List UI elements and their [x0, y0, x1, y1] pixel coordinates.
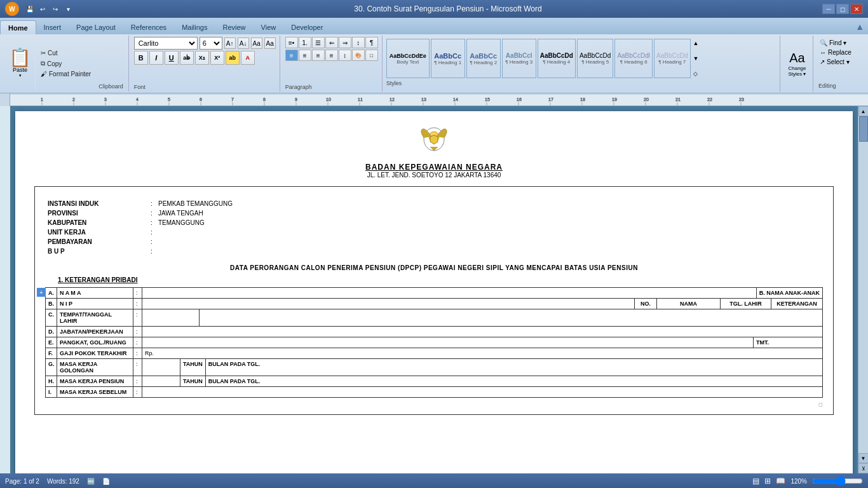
- align-right-button[interactable]: ≡: [312, 50, 325, 61]
- document-scroll[interactable]: ⚡ BADAN KEPEGAWAIAN NEGARA JL. LET. JEND…: [10, 106, 858, 473]
- tab-mailings[interactable]: Mailings: [174, 20, 215, 34]
- scroll-track[interactable]: [858, 116, 868, 453]
- track-changes-icon[interactable]: 📄: [102, 478, 110, 485]
- font-size-select[interactable]: 6: [200, 37, 222, 50]
- change-case-button[interactable]: Aa: [264, 37, 276, 49]
- replace-button[interactable]: ↔ Replace: [818, 48, 862, 57]
- style-body-text[interactable]: AaBbCcDdEe Body Text: [386, 39, 430, 78]
- show-formatting-button[interactable]: ¶: [365, 37, 378, 48]
- redo-quick-btn[interactable]: ↪: [50, 3, 61, 15]
- styles-up-btn[interactable]: ▲: [693, 40, 699, 46]
- align-left-button[interactable]: ≡: [285, 50, 298, 61]
- form-box: INSTANSI INDUK : PEMKAB TEMANGGUNG PROVI…: [34, 186, 834, 415]
- tab-review[interactable]: Review: [215, 20, 253, 34]
- cell-f-field: GAJI POKOK TERAKHIR: [57, 348, 133, 358]
- style-heading2[interactable]: AaBbCc ¶ Heading 2: [466, 39, 501, 78]
- view-reading-icon[interactable]: 📖: [776, 477, 785, 485]
- cell-i-colon: :: [133, 387, 142, 397]
- decrease-indent-button[interactable]: ⇐: [325, 37, 338, 48]
- main-data-table: + A. N A M A : B. NAMA ANAK-ANAK B. N I …: [45, 287, 823, 398]
- underline-button[interactable]: U: [165, 51, 179, 65]
- font-shrink-button[interactable]: A↓: [238, 37, 249, 49]
- tab-page-layout[interactable]: Page Layout: [69, 20, 123, 34]
- tab-home[interactable]: Home: [0, 20, 36, 34]
- ch-no-header: NO.: [635, 299, 657, 309]
- minimize-button[interactable]: ─: [822, 4, 835, 14]
- style-h4-preview: AaBbCcDd: [540, 52, 573, 59]
- scroll-up-button[interactable]: ▲: [858, 106, 869, 116]
- change-styles-icon: Aa: [789, 51, 804, 65]
- close-button[interactable]: ✕: [850, 4, 863, 14]
- highlight-button[interactable]: ab: [226, 51, 240, 65]
- tab-view[interactable]: View: [254, 20, 284, 34]
- zoom-slider[interactable]: [812, 476, 863, 486]
- cell-g-bulan: BULAN PADA TGL.: [206, 359, 822, 376]
- svg-text:9: 9: [295, 97, 297, 102]
- table-add-icon[interactable]: +: [37, 288, 46, 297]
- undo-quick-btn[interactable]: ↩: [37, 3, 48, 15]
- restore-button[interactable]: ◻: [836, 4, 849, 14]
- scroll-thumb[interactable]: [859, 116, 868, 142]
- office-logo: W: [5, 2, 19, 16]
- cut-icon: ✂: [41, 50, 46, 57]
- spell-check-icon[interactable]: 🔤: [87, 478, 95, 485]
- change-styles-button[interactable]: Aa ChangeStyles ▾: [782, 36, 813, 92]
- numbering-button[interactable]: 1.: [299, 37, 311, 48]
- clear-format-button[interactable]: Aa: [251, 37, 262, 49]
- ch-name-header: NAMA: [657, 299, 721, 309]
- align-center-button[interactable]: ≡: [299, 50, 311, 61]
- italic-button[interactable]: I: [149, 51, 163, 65]
- cell-g-tahun: TAHUN: [180, 359, 206, 376]
- svg-text:3: 3: [104, 97, 107, 102]
- svg-text:21: 21: [675, 97, 681, 102]
- tab-developer[interactable]: Developer: [283, 20, 330, 34]
- cell-b-colon: :: [133, 299, 142, 309]
- font-color-button[interactable]: A: [241, 51, 255, 65]
- tab-references[interactable]: References: [123, 20, 174, 34]
- sort-button[interactable]: ↕: [352, 37, 365, 48]
- resize-handle[interactable]: ◻: [818, 402, 823, 407]
- tab-insert[interactable]: Insert: [36, 20, 69, 34]
- shading-button[interactable]: 🎨: [352, 50, 365, 61]
- cut-button[interactable]: ✂ Cut: [39, 49, 92, 57]
- scroll-down-button[interactable]: ▼: [858, 453, 869, 463]
- ribbon-collapse-btn[interactable]: ▲: [851, 20, 868, 34]
- right-scrollbar[interactable]: ▲ ▼ ⊻: [858, 106, 868, 473]
- bullets-button[interactable]: ≡•: [285, 37, 298, 48]
- justify-button[interactable]: ≡: [325, 50, 338, 61]
- view-fullscreen-icon[interactable]: ⊞: [764, 477, 771, 485]
- paste-button[interactable]: 📋 Paste ▾: [5, 37, 36, 90]
- copy-button[interactable]: ⧉ Copy: [39, 59, 92, 68]
- line-spacing-button[interactable]: ↕: [339, 50, 351, 61]
- copy-label: Copy: [47, 60, 62, 67]
- view-normal-icon[interactable]: ▤: [752, 477, 759, 485]
- increase-indent-button[interactable]: ⇒: [339, 37, 351, 48]
- ribbon: Home Insert Page Layout References Maili…: [0, 18, 868, 93]
- cell-h-bulan: BULAN PADA TGL.: [206, 376, 822, 386]
- multilevel-button[interactable]: ☰: [312, 37, 325, 48]
- bold-button[interactable]: B: [134, 51, 148, 65]
- page-indicator: Page: 1 of 2: [5, 478, 39, 485]
- strikethrough-button[interactable]: ab̶: [180, 51, 194, 65]
- font-grow-button[interactable]: A↑: [224, 37, 236, 49]
- style-heading7[interactable]: AaBbCcDd ¶ Heading 7: [654, 39, 690, 78]
- select-button[interactable]: ↗ Select ▾: [818, 57, 862, 67]
- style-heading6[interactable]: AaBbCcDdl ¶ Heading 6: [614, 39, 653, 78]
- next-page-button[interactable]: ⊻: [858, 463, 869, 473]
- save-quick-btn[interactable]: 💾: [24, 3, 36, 15]
- style-heading1[interactable]: AaBbCc ¶ Heading 1: [431, 39, 465, 78]
- subscript-button[interactable]: X₂: [195, 51, 209, 65]
- dropdown-quick-btn[interactable]: ▾: [62, 3, 74, 15]
- style-heading4[interactable]: AaBbCcDd ¶ Heading 4: [538, 39, 576, 78]
- format-painter-button[interactable]: 🖌 Format Painter: [39, 70, 92, 78]
- border-button[interactable]: □: [365, 50, 378, 61]
- styles-expand-btn[interactable]: ◇: [693, 71, 699, 77]
- styles-down-btn[interactable]: ▼: [693, 55, 699, 62]
- superscript-button[interactable]: X²: [210, 51, 224, 65]
- font-family-select[interactable]: Carlito: [134, 37, 198, 50]
- style-heading3[interactable]: AaBbCcl ¶ Heading 3: [502, 39, 536, 78]
- cell-d-value: [142, 327, 822, 337]
- svg-text:8: 8: [263, 97, 266, 102]
- find-button[interactable]: 🔍 Find ▾: [818, 38, 862, 48]
- style-heading5[interactable]: AaBbCcDd ¶ Heading 5: [577, 39, 613, 78]
